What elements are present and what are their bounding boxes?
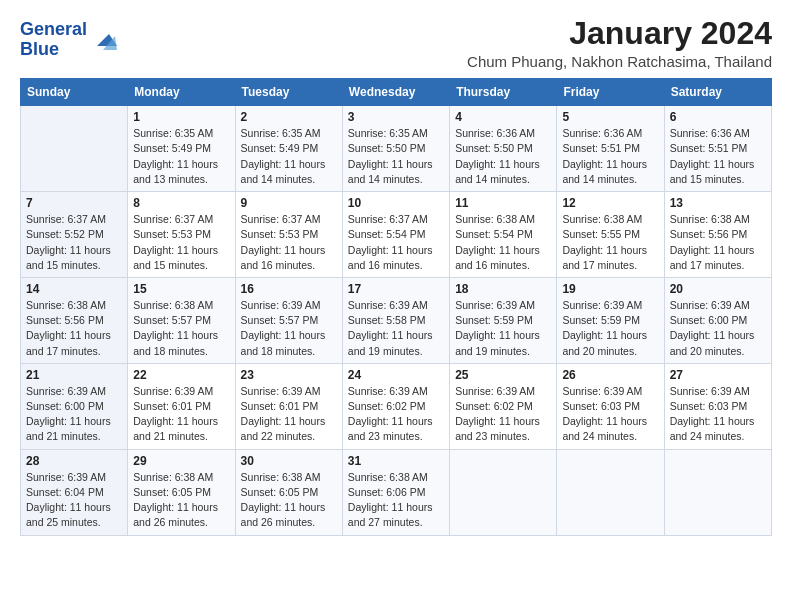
calendar-cell: 6Sunrise: 6:36 AMSunset: 5:51 PMDaylight… bbox=[664, 106, 771, 192]
day-info: Sunrise: 6:39 AMSunset: 5:59 PMDaylight:… bbox=[562, 298, 658, 359]
calendar-cell: 19Sunrise: 6:39 AMSunset: 5:59 PMDayligh… bbox=[557, 277, 664, 363]
day-number: 22 bbox=[133, 368, 229, 382]
day-number: 21 bbox=[26, 368, 122, 382]
calendar-cell: 21Sunrise: 6:39 AMSunset: 6:00 PMDayligh… bbox=[21, 363, 128, 449]
day-info: Sunrise: 6:38 AMSunset: 5:56 PMDaylight:… bbox=[670, 212, 766, 273]
calendar-cell: 2Sunrise: 6:35 AMSunset: 5:49 PMDaylight… bbox=[235, 106, 342, 192]
calendar-cell: 12Sunrise: 6:38 AMSunset: 5:55 PMDayligh… bbox=[557, 192, 664, 278]
day-number: 16 bbox=[241, 282, 337, 296]
day-number: 5 bbox=[562, 110, 658, 124]
day-info: Sunrise: 6:36 AMSunset: 5:51 PMDaylight:… bbox=[562, 126, 658, 187]
calendar-cell: 3Sunrise: 6:35 AMSunset: 5:50 PMDaylight… bbox=[342, 106, 449, 192]
header-monday: Monday bbox=[128, 79, 235, 106]
day-info: Sunrise: 6:39 AMSunset: 6:00 PMDaylight:… bbox=[26, 384, 122, 445]
day-info: Sunrise: 6:36 AMSunset: 5:51 PMDaylight:… bbox=[670, 126, 766, 187]
day-number: 10 bbox=[348, 196, 444, 210]
day-info: Sunrise: 6:39 AMSunset: 6:03 PMDaylight:… bbox=[562, 384, 658, 445]
calendar-cell: 14Sunrise: 6:38 AMSunset: 5:56 PMDayligh… bbox=[21, 277, 128, 363]
day-info: Sunrise: 6:39 AMSunset: 6:01 PMDaylight:… bbox=[241, 384, 337, 445]
day-number: 14 bbox=[26, 282, 122, 296]
day-info: Sunrise: 6:39 AMSunset: 6:02 PMDaylight:… bbox=[348, 384, 444, 445]
logo-text: GeneralBlue bbox=[20, 20, 87, 60]
calendar-cell: 25Sunrise: 6:39 AMSunset: 6:02 PMDayligh… bbox=[450, 363, 557, 449]
day-info: Sunrise: 6:39 AMSunset: 6:01 PMDaylight:… bbox=[133, 384, 229, 445]
calendar-cell: 28Sunrise: 6:39 AMSunset: 6:04 PMDayligh… bbox=[21, 449, 128, 535]
day-number: 2 bbox=[241, 110, 337, 124]
calendar-cell: 30Sunrise: 6:38 AMSunset: 6:05 PMDayligh… bbox=[235, 449, 342, 535]
header-sunday: Sunday bbox=[21, 79, 128, 106]
calendar-week-2: 7Sunrise: 6:37 AMSunset: 5:52 PMDaylight… bbox=[21, 192, 772, 278]
calendar-cell bbox=[557, 449, 664, 535]
calendar-cell: 26Sunrise: 6:39 AMSunset: 6:03 PMDayligh… bbox=[557, 363, 664, 449]
day-number: 9 bbox=[241, 196, 337, 210]
day-info: Sunrise: 6:39 AMSunset: 6:03 PMDaylight:… bbox=[670, 384, 766, 445]
calendar-cell bbox=[664, 449, 771, 535]
day-info: Sunrise: 6:38 AMSunset: 6:05 PMDaylight:… bbox=[241, 470, 337, 531]
day-info: Sunrise: 6:38 AMSunset: 5:57 PMDaylight:… bbox=[133, 298, 229, 359]
day-number: 4 bbox=[455, 110, 551, 124]
day-info: Sunrise: 6:37 AMSunset: 5:54 PMDaylight:… bbox=[348, 212, 444, 273]
header-thursday: Thursday bbox=[450, 79, 557, 106]
day-number: 27 bbox=[670, 368, 766, 382]
day-number: 28 bbox=[26, 454, 122, 468]
logo: GeneralBlue bbox=[20, 20, 117, 60]
day-number: 15 bbox=[133, 282, 229, 296]
title-block: January 2024 Chum Phuang, Nakhon Ratchas… bbox=[467, 16, 772, 70]
calendar-cell: 7Sunrise: 6:37 AMSunset: 5:52 PMDaylight… bbox=[21, 192, 128, 278]
logo-icon bbox=[89, 26, 117, 54]
day-info: Sunrise: 6:37 AMSunset: 5:53 PMDaylight:… bbox=[133, 212, 229, 273]
day-info: Sunrise: 6:39 AMSunset: 6:00 PMDaylight:… bbox=[670, 298, 766, 359]
day-info: Sunrise: 6:38 AMSunset: 5:55 PMDaylight:… bbox=[562, 212, 658, 273]
calendar-cell bbox=[450, 449, 557, 535]
calendar-cell: 15Sunrise: 6:38 AMSunset: 5:57 PMDayligh… bbox=[128, 277, 235, 363]
day-number: 11 bbox=[455, 196, 551, 210]
day-number: 13 bbox=[670, 196, 766, 210]
day-info: Sunrise: 6:39 AMSunset: 5:59 PMDaylight:… bbox=[455, 298, 551, 359]
calendar-cell: 31Sunrise: 6:38 AMSunset: 6:06 PMDayligh… bbox=[342, 449, 449, 535]
calendar-cell: 17Sunrise: 6:39 AMSunset: 5:58 PMDayligh… bbox=[342, 277, 449, 363]
calendar-cell: 18Sunrise: 6:39 AMSunset: 5:59 PMDayligh… bbox=[450, 277, 557, 363]
day-number: 19 bbox=[562, 282, 658, 296]
calendar-table: SundayMondayTuesdayWednesdayThursdayFrid… bbox=[20, 78, 772, 535]
calendar-cell: 20Sunrise: 6:39 AMSunset: 6:00 PMDayligh… bbox=[664, 277, 771, 363]
calendar-header-row: SundayMondayTuesdayWednesdayThursdayFrid… bbox=[21, 79, 772, 106]
day-number: 20 bbox=[670, 282, 766, 296]
day-info: Sunrise: 6:37 AMSunset: 5:53 PMDaylight:… bbox=[241, 212, 337, 273]
day-number: 12 bbox=[562, 196, 658, 210]
calendar-cell: 22Sunrise: 6:39 AMSunset: 6:01 PMDayligh… bbox=[128, 363, 235, 449]
calendar-week-1: 1Sunrise: 6:35 AMSunset: 5:49 PMDaylight… bbox=[21, 106, 772, 192]
calendar-cell: 8Sunrise: 6:37 AMSunset: 5:53 PMDaylight… bbox=[128, 192, 235, 278]
calendar-cell: 24Sunrise: 6:39 AMSunset: 6:02 PMDayligh… bbox=[342, 363, 449, 449]
day-info: Sunrise: 6:39 AMSunset: 5:57 PMDaylight:… bbox=[241, 298, 337, 359]
day-number: 1 bbox=[133, 110, 229, 124]
calendar-week-4: 21Sunrise: 6:39 AMSunset: 6:00 PMDayligh… bbox=[21, 363, 772, 449]
day-info: Sunrise: 6:35 AMSunset: 5:49 PMDaylight:… bbox=[133, 126, 229, 187]
day-info: Sunrise: 6:38 AMSunset: 6:06 PMDaylight:… bbox=[348, 470, 444, 531]
calendar-cell bbox=[21, 106, 128, 192]
main-title: January 2024 bbox=[467, 16, 772, 51]
day-number: 6 bbox=[670, 110, 766, 124]
calendar-cell: 4Sunrise: 6:36 AMSunset: 5:50 PMDaylight… bbox=[450, 106, 557, 192]
calendar-cell: 23Sunrise: 6:39 AMSunset: 6:01 PMDayligh… bbox=[235, 363, 342, 449]
day-number: 29 bbox=[133, 454, 229, 468]
header-wednesday: Wednesday bbox=[342, 79, 449, 106]
day-number: 31 bbox=[348, 454, 444, 468]
day-number: 8 bbox=[133, 196, 229, 210]
day-number: 7 bbox=[26, 196, 122, 210]
calendar-cell: 10Sunrise: 6:37 AMSunset: 5:54 PMDayligh… bbox=[342, 192, 449, 278]
page-header: GeneralBlue January 2024 Chum Phuang, Na… bbox=[20, 16, 772, 70]
day-info: Sunrise: 6:39 AMSunset: 6:02 PMDaylight:… bbox=[455, 384, 551, 445]
header-tuesday: Tuesday bbox=[235, 79, 342, 106]
day-number: 17 bbox=[348, 282, 444, 296]
subtitle: Chum Phuang, Nakhon Ratchasima, Thailand bbox=[467, 53, 772, 70]
day-info: Sunrise: 6:36 AMSunset: 5:50 PMDaylight:… bbox=[455, 126, 551, 187]
day-number: 3 bbox=[348, 110, 444, 124]
day-info: Sunrise: 6:39 AMSunset: 5:58 PMDaylight:… bbox=[348, 298, 444, 359]
header-saturday: Saturday bbox=[664, 79, 771, 106]
calendar-cell: 1Sunrise: 6:35 AMSunset: 5:49 PMDaylight… bbox=[128, 106, 235, 192]
day-number: 24 bbox=[348, 368, 444, 382]
calendar-cell: 9Sunrise: 6:37 AMSunset: 5:53 PMDaylight… bbox=[235, 192, 342, 278]
day-info: Sunrise: 6:39 AMSunset: 6:04 PMDaylight:… bbox=[26, 470, 122, 531]
day-number: 30 bbox=[241, 454, 337, 468]
day-number: 18 bbox=[455, 282, 551, 296]
